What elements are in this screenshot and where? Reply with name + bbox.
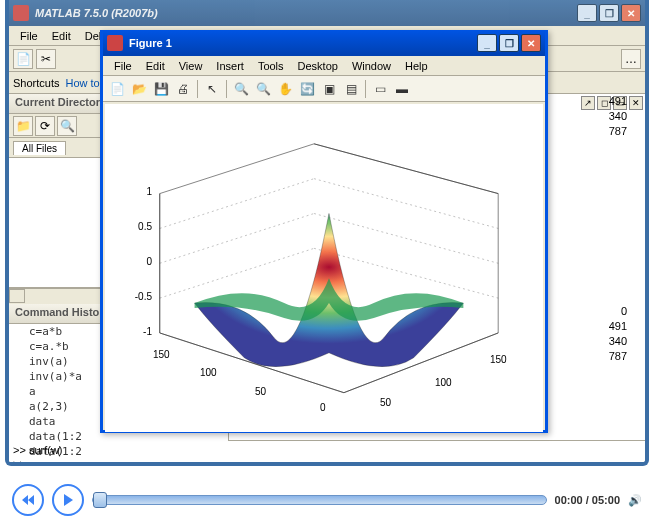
rewind-button[interactable] — [12, 484, 44, 516]
output-numbers: 491340 787 0491 340787 — [609, 94, 627, 364]
matlab-title: MATLAB 7.5.0 (R2007b) — [35, 7, 577, 19]
volume-icon[interactable]: 🔊 — [628, 494, 642, 507]
figmenu-view[interactable]: View — [172, 58, 210, 74]
figmenu-edit[interactable]: Edit — [139, 58, 172, 74]
matlab-titlebar[interactable]: MATLAB 7.5.0 (R2007b) _ ❐ ✕ — [9, 0, 645, 26]
folder-up-button[interactable]: 📁 — [13, 116, 33, 136]
xtick: 100 — [435, 377, 452, 388]
hideplot-button[interactable]: ▬ — [392, 79, 412, 99]
browse-button[interactable]: … — [621, 49, 641, 69]
maximize-button[interactable]: ❐ — [599, 4, 619, 22]
ztick: 1 — [132, 186, 152, 197]
shortcuts-label: Shortcuts — [13, 77, 59, 89]
figmenu-desktop[interactable]: Desktop — [291, 58, 345, 74]
figure-toolbar: 📄 📂 💾 🖨 ↖ 🔍 🔍 ✋ 🔄 ▣ ▤ ▭ ▬ — [103, 76, 545, 102]
legend-button[interactable]: ▭ — [370, 79, 390, 99]
zoomout-button[interactable]: 🔍 — [253, 79, 273, 99]
find-button[interactable]: 🔍 — [57, 116, 77, 136]
minimize-button[interactable]: _ — [577, 4, 597, 22]
new-button[interactable]: 📄 — [13, 49, 33, 69]
xtick: 50 — [380, 397, 391, 408]
axes-3d[interactable]: 1 0.5 0 -0.5 -1 150 100 50 0 50 100 150 — [105, 104, 543, 432]
howto-link[interactable]: How to — [65, 77, 99, 89]
close-button[interactable]: ✕ — [621, 4, 641, 22]
ytick: 50 — [255, 386, 266, 397]
ytick: 100 — [200, 367, 217, 378]
open-figure-button[interactable]: 📂 — [129, 79, 149, 99]
fig-minimize-button[interactable]: _ — [477, 34, 497, 52]
seek-track[interactable] — [92, 495, 547, 505]
new-figure-button[interactable]: 📄 — [107, 79, 127, 99]
time-display: 00:00 / 05:00 — [555, 494, 620, 506]
pointer-button[interactable]: ↖ — [202, 79, 222, 99]
matlab-icon — [13, 5, 29, 21]
panel-close-button[interactable]: ✕ — [629, 96, 643, 110]
zoomin-button[interactable]: 🔍 — [231, 79, 251, 99]
figure-window: Figure 1 _ ❐ ✕ File Edit View Insert Too… — [100, 30, 548, 433]
cut-button[interactable]: ✂ — [36, 49, 56, 69]
colorbar-button[interactable]: ▤ — [341, 79, 361, 99]
figmenu-window[interactable]: Window — [345, 58, 398, 74]
figure-menubar: File Edit View Insert Tools Desktop Wind… — [103, 56, 545, 76]
ztick: 0 — [132, 256, 152, 267]
fig-close-button[interactable]: ✕ — [521, 34, 541, 52]
figure-titlebar[interactable]: Figure 1 _ ❐ ✕ — [103, 30, 545, 56]
surface-plot — [105, 104, 543, 431]
video-player-bar: 00:00 / 05:00 🔊 — [0, 474, 654, 526]
figure-title: Figure 1 — [129, 37, 477, 49]
ytick: 0 — [320, 402, 326, 413]
undock-button[interactable]: ↗ — [581, 96, 595, 110]
menu-file[interactable]: File — [13, 28, 45, 44]
print-figure-button[interactable]: 🖨 — [173, 79, 193, 99]
allfiles-tab[interactable]: All Files — [13, 141, 66, 155]
datacursor-button[interactable]: ▣ — [319, 79, 339, 99]
rotate3d-button[interactable]: 🔄 — [297, 79, 317, 99]
figmenu-tools[interactable]: Tools — [251, 58, 291, 74]
figure-icon — [107, 35, 123, 51]
figmenu-help[interactable]: Help — [398, 58, 435, 74]
ztick: -0.5 — [132, 291, 152, 302]
save-figure-button[interactable]: 💾 — [151, 79, 171, 99]
figmenu-insert[interactable]: Insert — [209, 58, 251, 74]
figmenu-file[interactable]: File — [107, 58, 139, 74]
menu-edit[interactable]: Edit — [45, 28, 78, 44]
hist-item[interactable]: w=y'*y; — [9, 459, 228, 466]
fig-maximize-button[interactable]: ❐ — [499, 34, 519, 52]
pan-button[interactable]: ✋ — [275, 79, 295, 99]
xtick: 150 — [490, 354, 507, 365]
refresh-button[interactable]: ⟳ — [35, 116, 55, 136]
ztick: -1 — [132, 326, 152, 337]
seek-handle[interactable] — [93, 492, 107, 508]
play-button[interactable] — [52, 484, 84, 516]
ytick: 150 — [153, 349, 170, 360]
ztick: 0.5 — [132, 221, 152, 232]
